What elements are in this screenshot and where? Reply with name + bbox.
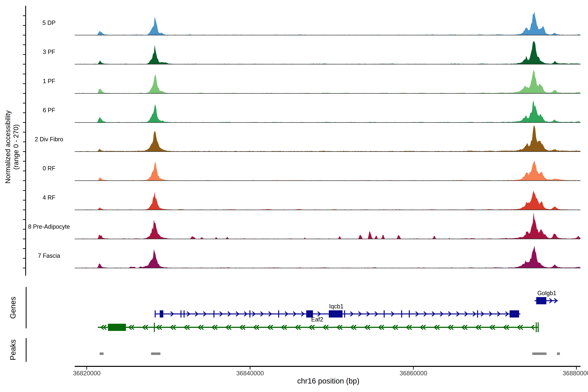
gene-exon-tick: [214, 310, 214, 318]
track-label-0-rf: 0 RF: [43, 165, 55, 172]
gene-exon-tick: [536, 322, 537, 332]
track-area-8-pre-adipocyte: [75, 212, 580, 239]
gene-exon-tick: [409, 310, 410, 318]
x-axis-tick-label: 36860000: [400, 370, 427, 377]
gene-label-iqcb1: Iqcb1: [329, 303, 344, 310]
track-area-6-pf: [75, 100, 580, 122]
gene-exon-tick: [250, 310, 250, 318]
track-area-2-div-fibro: [75, 126, 580, 152]
x-axis-tick-label: 36820000: [73, 370, 100, 377]
accessibility-track-plot: 5 DP3 PF1 PF6 PF2 Div Fibro0 RF4 RF8 Pre…: [0, 0, 588, 392]
x-axis-tick-label: 36880000: [562, 370, 588, 377]
peak-region-box: [532, 352, 546, 355]
gene-exon-tick: [344, 310, 345, 318]
track-label-8-pre-adipocyte: 8 Pre-Adipocyte: [28, 223, 70, 230]
track-label-1-pf: 1 PF: [43, 78, 55, 84]
tracks-panel: 5 DP3 PF1 PF6 PF2 Div Fibro0 RF4 RF8 Pre…: [28, 12, 580, 268]
track-0-rf: 0 RF: [43, 161, 580, 181]
gene-iqcb1: Iqcb1: [155, 303, 520, 318]
peaks-panel: [100, 352, 560, 355]
track-label-7-fascia: 7 Fascia: [38, 252, 60, 259]
gene-exon-tick: [538, 322, 539, 332]
track-6-pf: 6 PF: [43, 100, 580, 122]
track-5-dp: 5 DP: [42, 12, 580, 35]
genes-panel: Iqcb1Eaf2Golgb1: [98, 290, 558, 332]
track-area-5-dp: [75, 12, 580, 35]
gene-exon-tick: [180, 310, 182, 318]
gene-exon: [536, 297, 546, 304]
gene-label-golgb1: Golgb1: [537, 290, 556, 296]
peaks-section-label: Peaks: [9, 340, 17, 360]
track-label-3-pf: 3 PF: [43, 48, 55, 55]
x-axis: 36820000368400003686000036880000: [73, 366, 588, 377]
track-3-pf: 3 PF: [43, 41, 580, 64]
track-1-pf: 1 PF: [43, 70, 580, 94]
track-area-1-pf: [75, 70, 580, 94]
gene-eaf2: Eaf2: [98, 316, 539, 332]
track-label-5-dp: 5 DP: [42, 20, 56, 26]
peak-region-box: [100, 352, 104, 355]
gene-exon-tick: [155, 310, 156, 318]
x-axis-title: chr16 position (bp): [297, 377, 360, 385]
track-8-pre-adipocyte: 8 Pre-Adipocyte: [28, 212, 580, 239]
gene-exon: [510, 310, 519, 318]
y-axis-label-line2: (range 0 - 270): [12, 124, 20, 170]
gene-exon-tick: [184, 310, 184, 318]
track-label-6-pf: 6 PF: [43, 107, 55, 114]
tracks-y-axis: [23, 6, 26, 276]
track-7-fascia: 7 Fascia: [38, 246, 580, 268]
y-axis-label-line1: Normalized accessibility: [4, 110, 12, 184]
track-area-7-fascia: [75, 246, 580, 268]
track-label-4-rf: 4 RF: [43, 194, 55, 201]
track-area-0-rf: [75, 161, 580, 181]
peak-region-box: [151, 352, 160, 355]
genes-section-label: Genes: [9, 296, 17, 319]
x-axis-tick-label: 36840000: [236, 370, 264, 377]
gene-label-eaf2: Eaf2: [311, 316, 323, 323]
gene-exon-tick: [154, 323, 155, 332]
gene-exon-tick: [384, 310, 385, 318]
track-4-rf: 4 RF: [43, 191, 580, 210]
genome-track-figure: 5 DP3 PF1 PF6 PF2 Div Fibro0 RF4 RF8 Pre…: [0, 0, 588, 392]
track-label-2-div-fibro: 2 Div Fibro: [35, 136, 63, 142]
gene-exon-tick: [278, 310, 279, 318]
track-area-4-rf: [75, 191, 580, 210]
track-area-3-pf: [75, 41, 580, 64]
gene-exon: [329, 310, 342, 318]
track-2-div-fibro: 2 Div Fibro: [35, 126, 580, 152]
gene-exon: [160, 310, 163, 318]
gene-golgb1: Golgb1: [534, 290, 558, 304]
gene-exon: [108, 324, 126, 331]
gene-exon-tick: [401, 310, 402, 318]
gene-exon-tick: [477, 310, 478, 318]
peak-region-box: [557, 352, 560, 355]
